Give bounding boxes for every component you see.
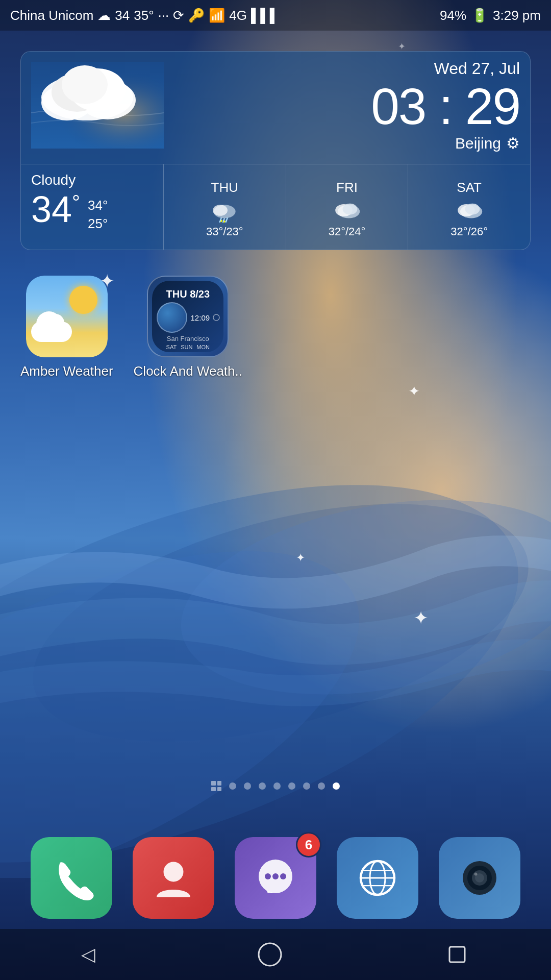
star-5: ✦ (398, 41, 406, 52)
weather-widget: Wed 27, Jul 03 : 29 Beijing ⚙ Cloudy 34°… (20, 51, 531, 250)
widget-top: Wed 27, Jul 03 : 29 Beijing ⚙ (21, 52, 530, 164)
time-display: 03 : 29 (371, 81, 520, 132)
forecast-sat: SAT 32°/26° (408, 164, 530, 250)
current-weather: Cloudy 34° 34° 25° (21, 164, 164, 250)
svg-point-28 (265, 873, 271, 879)
wifi-icon: 📶 (209, 8, 225, 23)
star-3: ✦ (296, 551, 305, 565)
page-dot-2[interactable] (244, 782, 251, 790)
signal-4g: 4G (229, 8, 247, 23)
camera-app[interactable] (439, 837, 520, 919)
date-display: Wed 27, Jul (371, 59, 520, 78)
location-row: Beijing ⚙ (371, 134, 520, 152)
clock-weather-label: Clock And Weath.. (134, 363, 242, 379)
forecast-days: THU 33°/23° FRI (164, 164, 530, 250)
amber-weather-icon (26, 276, 108, 357)
star-4: ✦ (413, 607, 429, 629)
status-temp-high: 35° (134, 8, 154, 23)
page-dot-1[interactable] (229, 782, 236, 790)
weather-condition: Cloudy (31, 172, 153, 188)
browser-app[interactable] (337, 837, 418, 919)
messages-badge: 6 (296, 832, 321, 857)
recent-button[interactable] (444, 942, 470, 967)
app-icons-row: Amber Weather THU 8/23 12:09 San Francis… (20, 276, 242, 379)
low-temp: 25° (88, 214, 108, 233)
clock-time: 3:29 pm (493, 8, 541, 23)
svg-point-24 (465, 203, 480, 214)
phone-app[interactable] (31, 837, 112, 919)
location-text: Beijing (455, 135, 501, 152)
status-left: China Unicom ☁ 34 35° ··· ⟳ 🔑 📶 4G ▌▌▌ (10, 8, 279, 23)
svg-point-40 (474, 873, 478, 876)
current-temp: 34° (31, 191, 80, 228)
amber-weather-app[interactable]: Amber Weather (20, 276, 113, 379)
contacts-app[interactable] (133, 837, 214, 919)
svg-rect-42 (449, 947, 465, 962)
datetime-section: Wed 27, Jul 03 : 29 Beijing ⚙ (371, 59, 520, 152)
dock: 6 (0, 827, 551, 929)
amber-weather-label: Amber Weather (20, 363, 113, 379)
svg-point-41 (259, 943, 281, 966)
svg-point-26 (164, 862, 184, 882)
back-button[interactable]: ◁ (81, 944, 95, 965)
page-grid-icon[interactable] (211, 781, 221, 791)
rotate-icon: ⟳ (173, 8, 184, 23)
forecast-thu: THU 33°/23° (164, 164, 286, 250)
messages-app[interactable]: 6 (235, 837, 316, 919)
cloud-image (31, 62, 164, 149)
star-2: ✦ (408, 383, 420, 400)
svg-point-25 (213, 314, 219, 321)
widget-bottom: Cloudy 34° 34° 25° THU (21, 164, 530, 250)
svg-point-30 (280, 873, 286, 879)
carrier-text: China Unicom (10, 8, 93, 23)
battery-text: 94% (440, 8, 466, 23)
key-icon: 🔑 (188, 8, 205, 23)
page-dot-6[interactable] (303, 782, 310, 790)
page-dot-8[interactable] (333, 782, 340, 790)
status-dots: ··· (158, 8, 169, 23)
weather-icon: ☁ (97, 8, 111, 23)
home-button[interactable] (257, 942, 283, 967)
page-dot-7[interactable] (318, 782, 325, 790)
forecast-fri: FRI 32°/24° (286, 164, 409, 250)
svg-point-11 (62, 65, 108, 104)
svg-line-16 (226, 217, 228, 223)
clock-weather-icon: THU 8/23 12:09 San Francisco SAT☁ SUN☁ M… (147, 276, 229, 357)
page-dot-5[interactable] (288, 782, 295, 790)
signal-bars: ▌▌▌ (251, 8, 279, 23)
svg-point-13 (213, 205, 228, 216)
svg-point-21 (343, 203, 358, 214)
nav-bar: ◁ (0, 929, 551, 980)
status-bar: China Unicom ☁ 34 35° ··· ⟳ 🔑 📶 4G ▌▌▌ 9… (0, 0, 551, 31)
status-right: 94% 🔋 3:29 pm (440, 8, 541, 23)
page-indicators (0, 781, 551, 791)
settings-icon[interactable]: ⚙ (506, 134, 520, 152)
clock-weather-app[interactable]: THU 8/23 12:09 San Francisco SAT☁ SUN☁ M… (134, 276, 242, 379)
battery-icon: 🔋 (471, 8, 488, 23)
page-dot-3[interactable] (259, 782, 266, 790)
page-dot-4[interactable] (273, 782, 281, 790)
high-temp: 34° (88, 196, 108, 214)
svg-point-29 (272, 873, 279, 879)
status-temp: 34 (115, 8, 130, 23)
